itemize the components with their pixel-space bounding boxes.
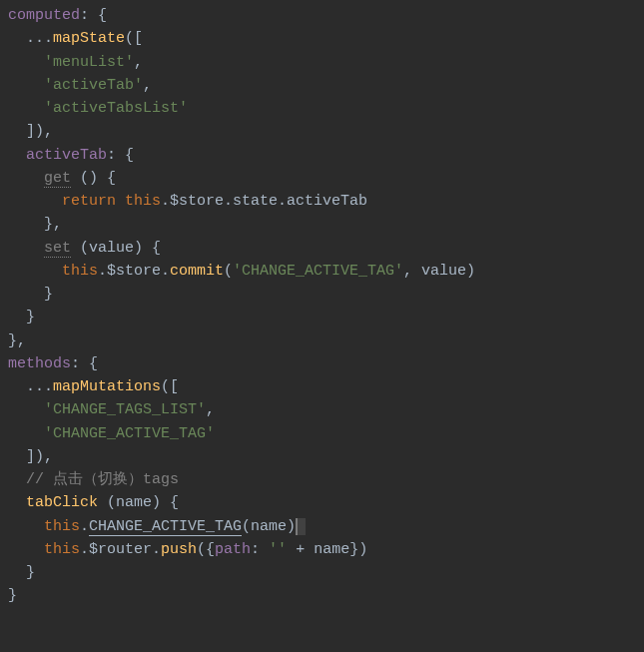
punct: ( xyxy=(224,263,233,280)
code-line: 'CHANGE_ACTIVE_TAG' xyxy=(8,422,636,445)
fn-set: set xyxy=(44,240,71,258)
punct: , value) xyxy=(403,263,475,280)
indent xyxy=(8,494,26,511)
code-line: this.$router.push({path: '' + name}) xyxy=(8,538,636,561)
prop-path: path xyxy=(215,541,251,558)
code-line: } xyxy=(8,584,636,607)
indent xyxy=(8,263,62,280)
prop-computed: computed xyxy=(8,7,80,24)
punct: (name) xyxy=(242,518,296,535)
punct: , xyxy=(206,401,215,418)
indent xyxy=(8,54,44,71)
indent xyxy=(8,518,44,535)
code-line: activeTab: { xyxy=(8,144,636,167)
comment: // 点击（切换）tags xyxy=(26,471,179,488)
code-line: ]), xyxy=(8,445,636,468)
indent xyxy=(8,147,26,164)
kw-this: this xyxy=(125,193,161,210)
caret-icon xyxy=(296,518,298,535)
punct: (name) { xyxy=(98,494,179,511)
punct: , xyxy=(143,77,152,94)
indent xyxy=(8,100,44,117)
kw-this: this xyxy=(44,518,80,535)
call-change-active-tag: CHANGE_ACTIVE_TAG xyxy=(89,518,242,536)
kw-return: return xyxy=(62,193,125,210)
prop-activeTab: activeTab xyxy=(26,147,107,164)
str-change-active-tag: 'CHANGE_ACTIVE_TAG' xyxy=(44,425,215,442)
indent xyxy=(8,240,44,257)
punct: . xyxy=(80,518,89,535)
str-menuList: 'menuList' xyxy=(44,54,134,71)
punct: ([ xyxy=(161,378,179,395)
code-line: } xyxy=(8,561,636,584)
punct: : xyxy=(251,541,269,558)
code-line: }, xyxy=(8,329,636,352)
code-line: tabClick (name) { xyxy=(8,491,636,514)
code-line: computed: { xyxy=(8,4,636,27)
spread: ... xyxy=(8,378,53,395)
indent xyxy=(8,77,44,94)
code-line: this.CHANGE_ACTIVE_TAG(name) xyxy=(8,515,636,538)
fn-mapState: mapState xyxy=(53,30,125,47)
code-line: this.$store.commit('CHANGE_ACTIVE_TAG', … xyxy=(8,260,636,283)
code-line: }, xyxy=(8,213,636,236)
code-line: return this.$store.state.activeTab xyxy=(8,190,636,213)
punct: + name}) xyxy=(287,541,367,558)
code-line: set (value) { xyxy=(8,237,636,260)
indent xyxy=(8,425,44,442)
prop-methods: methods xyxy=(8,355,71,372)
punct: (value) { xyxy=(71,240,161,257)
punct: : { xyxy=(71,355,98,372)
indent xyxy=(8,471,26,488)
code-line: methods: { xyxy=(8,352,636,375)
punct: : { xyxy=(107,147,134,164)
punct: () { xyxy=(71,170,116,187)
str-activeTabsList: 'activeTabsList' xyxy=(44,100,188,117)
punct: ]), xyxy=(8,448,53,465)
code-line: 'activeTab', xyxy=(8,74,636,97)
code-line: ...mapMutations([ xyxy=(8,375,636,398)
str-change-active-tag: 'CHANGE_ACTIVE_TAG' xyxy=(233,263,403,280)
punct: } xyxy=(8,309,35,326)
code-line: 'menuList', xyxy=(8,51,636,74)
code-line: ]), xyxy=(8,120,636,143)
punct: } xyxy=(8,286,53,303)
str-change-tags-list: 'CHANGE_TAGS_LIST' xyxy=(44,401,206,418)
code-line: // 点击（切换）tags xyxy=(8,468,636,491)
indent xyxy=(8,401,44,418)
code-line: 'activeTabsList' xyxy=(8,97,636,120)
kw-this: this xyxy=(44,541,80,558)
punct: : { xyxy=(80,7,107,24)
fn-mapMutations: mapMutations xyxy=(53,378,161,395)
kw-this: this xyxy=(62,263,98,280)
indent xyxy=(8,541,44,558)
punct: , xyxy=(134,54,143,71)
fn-push: push xyxy=(161,541,197,558)
punct: }, xyxy=(8,332,26,349)
indent xyxy=(8,193,62,210)
code-editor[interactable]: computed: { ...mapState([ 'menuList', 'a… xyxy=(8,4,636,608)
fn-tabClick: tabClick xyxy=(26,494,98,511)
punct: ([ xyxy=(125,30,143,47)
code-line: } xyxy=(8,283,636,306)
punct: ({ xyxy=(197,541,215,558)
code-line: ...mapState([ xyxy=(8,27,636,50)
expr: .$store.state.activeTab xyxy=(161,193,367,210)
code-line: } xyxy=(8,306,636,328)
code-line: 'CHANGE_TAGS_LIST', xyxy=(8,398,636,421)
punct: } xyxy=(8,587,17,604)
spread: ... xyxy=(8,30,53,47)
expr: .$router. xyxy=(80,541,161,558)
expr: .$store. xyxy=(98,263,170,280)
str-empty: '' xyxy=(269,541,287,558)
code-line: get () { xyxy=(8,167,636,190)
fn-commit: commit xyxy=(170,263,224,280)
punct: }, xyxy=(8,216,62,233)
indent xyxy=(8,170,44,187)
fn-get: get xyxy=(44,170,71,188)
punct: ]), xyxy=(8,123,53,140)
str-activeTab: 'activeTab' xyxy=(44,77,143,94)
punct: } xyxy=(8,564,35,581)
